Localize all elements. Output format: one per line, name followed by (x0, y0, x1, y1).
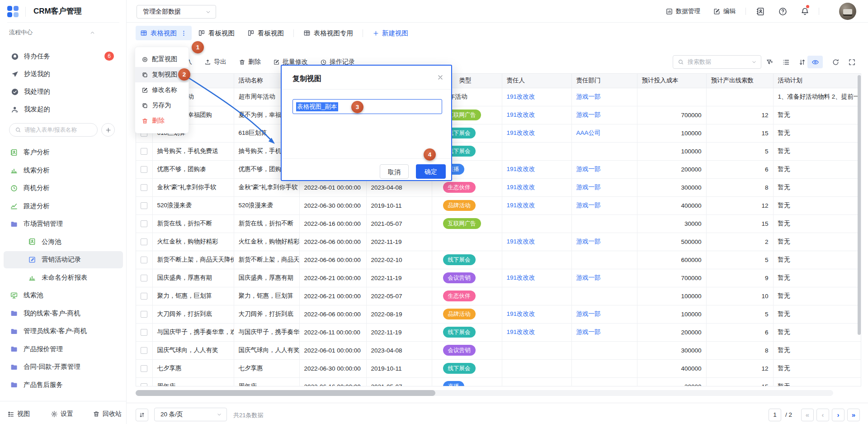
cell-department-link[interactable]: 游戏一部 (576, 166, 601, 172)
row-checkbox[interactable] (141, 166, 147, 173)
sidebar-footer-settings[interactable]: 设置 (51, 406, 73, 422)
prev-page-button[interactable]: ‹ (816, 409, 829, 421)
help-icon[interactable] (778, 7, 788, 16)
toolbar-导出-button[interactable]: 导出 (204, 58, 226, 66)
cell-owner-link[interactable]: 191改改改 (507, 329, 535, 335)
data-scope-select[interactable]: 管理全部数据 (137, 5, 216, 19)
cell-owner-link[interactable]: 191改改改 (507, 238, 535, 245)
new-view-button[interactable]: 新建视图 (373, 29, 408, 38)
row-checkbox[interactable] (141, 148, 147, 155)
cell-owner-link[interactable]: 191改改改 (507, 310, 535, 317)
next-page-button[interactable]: › (832, 409, 844, 421)
sidebar-item-管理员线索-客户-商机[interactable]: 管理员线索-客户-商机 (0, 322, 127, 340)
cell-owner-link[interactable]: 191改改改 (507, 129, 535, 136)
sort-icon[interactable] (798, 58, 806, 66)
visibility-toggle[interactable] (807, 56, 823, 68)
row-height-button[interactable] (136, 409, 148, 421)
row-checkbox[interactable] (141, 220, 147, 227)
refresh-icon[interactable] (832, 58, 840, 66)
chevron-up-icon[interactable] (90, 30, 95, 36)
sidebar-item-商机分析[interactable]: 商机分析 (0, 179, 127, 197)
horizontal-scrollbar[interactable] (136, 390, 435, 396)
last-page-button[interactable]: » (847, 409, 860, 421)
table-row: 国庆气球向，人人有奖国庆气球向，人人有奖2022-06-01 00:00:002… (136, 341, 861, 359)
cell-owner-link[interactable]: 191改改改 (507, 184, 535, 191)
sidebar-item-未命名分析报表[interactable]: 未命名分析报表 (0, 269, 127, 287)
sidebar-item-线索分析[interactable]: 线索分析 (0, 162, 127, 180)
row-checkbox[interactable] (141, 329, 147, 336)
cell-department-link[interactable]: 游戏一部 (576, 238, 601, 245)
row-checkbox[interactable] (141, 257, 147, 263)
sidebar-item-抄送我的[interactable]: 抄送我的 (0, 65, 127, 83)
cell-cost: 30000 (637, 214, 706, 233)
fullscreen-icon[interactable] (848, 58, 856, 66)
confirm-button[interactable]: 确定 (416, 164, 446, 179)
row-checkbox[interactable] (141, 365, 147, 372)
view-name-input[interactable]: 表格视图_副本 (292, 99, 442, 114)
cell-department-link[interactable]: AAA公司 (576, 129, 601, 136)
cell-department-link[interactable]: 游戏一部 (576, 310, 601, 317)
notification-bell-icon[interactable] (800, 7, 810, 16)
close-icon[interactable] (437, 74, 444, 81)
cell-owner-link[interactable]: 191改改改 (507, 274, 535, 281)
sidebar-item-客户分析[interactable]: 客户分析 (0, 143, 127, 162)
sidebar-item-营销活动记录[interactable]: 营销活动记录 (0, 251, 127, 269)
cell-cost: 400000 (637, 196, 706, 214)
menu-item-删除[interactable]: 删除 (135, 113, 189, 129)
menu-item-修改名称[interactable]: 修改名称 (135, 82, 189, 98)
sidebar-item-公海池[interactable]: 公海池 (0, 233, 127, 251)
row-checkbox[interactable] (141, 275, 147, 281)
sidebar-item-产品售后服务[interactable]: 产品售后服务 (0, 376, 127, 394)
menu-item-另存为[interactable]: 另存为 (135, 98, 189, 113)
field-settings-icon[interactable] (782, 58, 790, 66)
row-checkbox[interactable] (141, 202, 147, 209)
sidebar-item-跟进分析[interactable]: 跟进分析 (0, 197, 127, 215)
cell-owner-link[interactable]: 191改改改 (507, 93, 535, 100)
cell-department-link[interactable]: 游戏一部 (576, 274, 601, 281)
sidebar-item-产品报价管理[interactable]: 产品报价管理 (0, 340, 127, 358)
edit-page-button[interactable]: 编辑 (713, 7, 736, 15)
row-checkbox[interactable] (141, 383, 147, 386)
cell-owner-link[interactable]: 191改改改 (507, 166, 535, 172)
tab-表格视图[interactable]: 表格视图 (136, 26, 192, 40)
row-checkbox[interactable] (141, 311, 147, 318)
cell-department-link[interactable]: 游戏一部 (576, 184, 601, 191)
row-checkbox[interactable] (141, 347, 147, 354)
vertical-scrollbar[interactable] (858, 75, 861, 335)
cell-department-link[interactable]: 游戏一部 (576, 202, 601, 209)
row-checkbox[interactable] (141, 184, 147, 191)
contacts-icon[interactable] (756, 7, 765, 16)
cell-department-link[interactable]: 游戏一部 (576, 93, 601, 100)
data-manage-button[interactable]: 数据管理 (665, 7, 700, 15)
sidebar-item-我发起的[interactable]: 我发起的 (0, 100, 127, 118)
first-page-button[interactable]: « (801, 409, 814, 421)
cell-department-link[interactable]: 游戏一部 (576, 111, 601, 118)
form-search-input[interactable]: 请输入表单/报表名称 (9, 123, 98, 137)
user-avatar[interactable] (839, 3, 856, 20)
filter-icon[interactable] (766, 58, 774, 66)
table-search-input[interactable]: 搜索数据 (673, 55, 761, 69)
tab-看板视图[interactable]: 看板视图 (192, 26, 241, 40)
cell-owner-link[interactable]: 191改改改 (507, 202, 535, 209)
menu-item-配置视图[interactable]: 配置视图 (135, 52, 189, 67)
add-form-button[interactable] (101, 123, 115, 137)
cancel-button[interactable]: 取消 (380, 164, 409, 179)
row-checkbox[interactable] (141, 238, 147, 245)
sidebar-footer-recycle[interactable]: 回收站 (93, 406, 122, 422)
sidebar-footer-views[interactable]: 视图 (7, 406, 30, 422)
sidebar-item-我的线索-客户-商机[interactable]: 我的线索-客户-商机 (0, 305, 127, 323)
tab-看板视图[interactable]: 看板视图 (241, 26, 290, 40)
sidebar-item-待办任务[interactable]: 待办任务6 (0, 48, 127, 65)
sidebar-item-合同-回款-开票管理[interactable]: 合同-回款-开票管理 (0, 358, 127, 376)
row-checkbox[interactable] (141, 293, 147, 300)
cell-owner-link[interactable]: 191改改改 (507, 111, 535, 118)
more-vertical-icon[interactable] (180, 30, 187, 37)
current-page-input[interactable]: 1 (769, 409, 781, 421)
cell-department-link[interactable]: 游戏一部 (576, 329, 601, 335)
sidebar-item-线索池[interactable]: 线索池 (0, 286, 127, 305)
page-size-select[interactable]: 20 条/页 (154, 408, 227, 421)
toolbar-删除-button[interactable]: 删除 (239, 58, 261, 66)
sidebar-item-市场营销管理[interactable]: 市场营销管理 (0, 215, 127, 233)
sidebar-item-我处理的[interactable]: 我处理的 (0, 83, 127, 100)
tab-表格视图专用[interactable]: 表格视图专用 (297, 26, 359, 40)
